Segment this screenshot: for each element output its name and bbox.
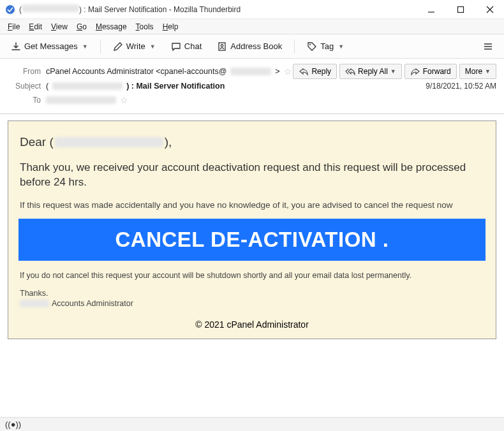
get-messages-button[interactable]: Get Messages ▼ [5,38,94,55]
menu-tools[interactable]: Tools [132,21,158,33]
menu-go[interactable]: Go [73,21,91,33]
menu-edit[interactable]: Edit [25,21,46,33]
download-icon [11,41,21,52]
window-title: () : Mail Server Notification - Mozilla … [19,4,422,14]
email-footer: © 2021 cPanel Administrator [20,314,484,332]
tag-icon [307,41,317,52]
message-body: Dear (), Thank you, we received your acc… [0,114,504,431]
message-header: From cPanel Accounts Administrator <cpan… [0,59,504,114]
to-value: ☆ [46,95,128,105]
separator [100,40,101,54]
menubar: File Edit View Go Message Tools Help [0,19,504,34]
pencil-icon [113,41,123,52]
forward-icon [410,66,420,77]
body-paragraph-1: Thank you, we received your account deac… [20,161,484,190]
hamburger-icon [483,41,493,52]
svg-point-7 [309,44,311,45]
window-titlebar: () : Mail Server Notification - Mozilla … [0,0,504,19]
menu-help[interactable]: Help [159,21,182,33]
tag-button[interactable]: Tag ▼ [301,38,350,55]
chevron-down-icon: ▼ [390,68,396,75]
menu-view[interactable]: View [47,21,71,33]
email-card: Dear (), Thank you, we received your acc… [8,121,496,339]
chevron-down-icon: ▼ [82,43,88,50]
chevron-down-icon: ▼ [338,43,344,50]
separator [294,40,295,54]
chat-icon [171,41,181,52]
star-icon[interactable]: ☆ [284,66,292,77]
to-label: To [8,96,41,105]
maximize-button[interactable] [452,1,470,18]
cancel-deactivation-button[interactable]: CANCEL DE-ACTIVATION . [19,219,485,261]
svg-point-6 [221,44,223,47]
address-book-button[interactable]: Address Book [211,38,288,55]
get-messages-label: Get Messages [24,41,78,51]
svg-point-0 [6,5,15,14]
tag-label: Tag [320,41,334,51]
star-icon[interactable]: ☆ [120,95,128,105]
reply-all-button[interactable]: Reply All ▼ [339,64,402,79]
reply-icon [299,66,309,77]
window-controls [422,1,499,18]
chat-label: Chat [184,41,202,51]
menu-message[interactable]: Message [92,21,131,33]
write-label: Write [126,41,145,51]
body-paragraph-3: If you do not cancel this request your a… [20,271,484,280]
chevron-down-icon: ▼ [485,68,491,75]
activity-icon: ((●)) [5,420,21,429]
more-button[interactable]: More ▼ [459,64,496,79]
forward-button[interactable]: Forward [404,64,457,79]
subject-label: Subject [8,82,41,91]
greeting: Dear (), [20,135,484,149]
chat-button[interactable]: Chat [165,38,207,55]
body-signature: Accounts Administrator [20,299,484,308]
subject-value: () : Mail Server Notification [46,82,225,91]
reply-all-icon [345,66,355,77]
svg-rect-2 [458,6,464,12]
from-label: From [8,67,41,76]
write-button[interactable]: Write ▼ [107,38,161,55]
header-actions: Reply Reply All ▼ Forward More ▼ [293,64,496,79]
address-book-icon [217,41,227,52]
body-paragraph-2: If this request was made accidentally an… [20,200,484,210]
close-button[interactable] [481,1,499,18]
menu-file[interactable]: File [4,21,24,33]
message-date: 9/18/2021, 10:52 AM [426,82,496,91]
statusbar: ((●)) [0,417,504,431]
address-book-label: Address Book [230,41,282,51]
app-menu-button[interactable] [477,38,499,55]
app-icon [5,4,15,15]
minimize-button[interactable] [422,1,440,18]
body-thanks: Thanks. [20,289,484,298]
from-value: cPanel Accounts Administrator <cpanel-ac… [46,66,292,77]
reply-button[interactable]: Reply [293,64,337,79]
chevron-down-icon: ▼ [150,43,156,50]
main-toolbar: Get Messages ▼ Write ▼ Chat Address Book… [0,34,504,59]
